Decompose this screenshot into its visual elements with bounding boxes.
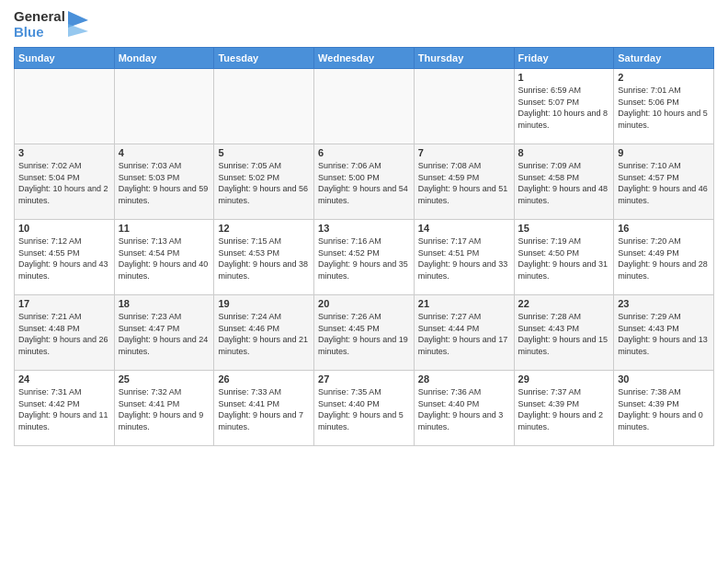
day-info: Sunrise: 7:02 AM Sunset: 5:04 PM Dayligh…	[18, 160, 110, 206]
day-info: Sunrise: 7:38 AM Sunset: 4:39 PM Dayligh…	[618, 386, 710, 432]
day-info: Sunrise: 7:35 AM Sunset: 4:40 PM Dayligh…	[318, 386, 410, 432]
calendar-cell: 15Sunrise: 7:19 AM Sunset: 4:50 PM Dayli…	[514, 220, 614, 295]
day-number: 17	[18, 298, 110, 309]
calendar-cell: 19Sunrise: 7:24 AM Sunset: 4:46 PM Dayli…	[214, 295, 314, 371]
day-number: 13	[318, 223, 410, 234]
day-info: Sunrise: 7:33 AM Sunset: 4:41 PM Dayligh…	[218, 386, 310, 432]
calendar-cell: 5Sunrise: 7:05 AM Sunset: 5:02 PM Daylig…	[214, 144, 314, 220]
calendar-cell: 9Sunrise: 7:10 AM Sunset: 4:57 PM Daylig…	[614, 144, 714, 220]
calendar-week-5: 24Sunrise: 7:31 AM Sunset: 4:42 PM Dayli…	[15, 371, 714, 446]
day-info: Sunrise: 7:23 AM Sunset: 4:47 PM Dayligh…	[119, 311, 210, 357]
day-number: 15	[518, 223, 610, 234]
day-number: 14	[418, 223, 510, 234]
calendar-table: SundayMondayTuesdayWednesdayThursdayFrid…	[14, 47, 714, 446]
day-info: Sunrise: 7:19 AM Sunset: 4:50 PM Dayligh…	[518, 236, 610, 282]
calendar-cell: 18Sunrise: 7:23 AM Sunset: 4:47 PM Dayli…	[114, 295, 214, 371]
day-info: Sunrise: 7:17 AM Sunset: 4:51 PM Dayligh…	[418, 236, 510, 282]
day-number: 20	[318, 298, 410, 309]
calendar-cell: 23Sunrise: 7:29 AM Sunset: 4:43 PM Dayli…	[614, 295, 714, 371]
day-info: Sunrise: 7:09 AM Sunset: 4:58 PM Dayligh…	[518, 160, 610, 206]
day-number: 22	[518, 298, 610, 309]
day-info: Sunrise: 7:36 AM Sunset: 4:40 PM Dayligh…	[418, 386, 510, 432]
day-info: Sunrise: 7:12 AM Sunset: 4:55 PM Dayligh…	[18, 236, 110, 282]
page-header: General Blue	[14, 9, 714, 40]
calendar-cell: 3Sunrise: 7:02 AM Sunset: 5:04 PM Daylig…	[15, 144, 115, 220]
calendar-cell: 10Sunrise: 7:12 AM Sunset: 4:55 PM Dayli…	[15, 220, 115, 295]
calendar-week-3: 10Sunrise: 7:12 AM Sunset: 4:55 PM Dayli…	[15, 220, 714, 295]
day-number: 10	[18, 223, 110, 234]
day-info: Sunrise: 7:10 AM Sunset: 4:57 PM Dayligh…	[618, 160, 710, 206]
day-number: 6	[318, 147, 410, 158]
day-number: 26	[218, 373, 310, 385]
calendar-cell	[314, 69, 415, 144]
calendar-cell	[414, 69, 514, 144]
calendar-cell: 30Sunrise: 7:38 AM Sunset: 4:39 PM Dayli…	[614, 371, 714, 446]
day-info: Sunrise: 7:20 AM Sunset: 4:49 PM Dayligh…	[618, 236, 710, 282]
calendar-cell	[15, 69, 115, 144]
day-number: 8	[518, 147, 610, 158]
calendar-cell: 20Sunrise: 7:26 AM Sunset: 4:45 PM Dayli…	[314, 295, 415, 371]
day-number: 7	[418, 147, 510, 158]
calendar-cell: 25Sunrise: 7:32 AM Sunset: 4:41 PM Dayli…	[114, 371, 214, 446]
day-info: Sunrise: 7:28 AM Sunset: 4:43 PM Dayligh…	[518, 311, 610, 357]
calendar-cell: 13Sunrise: 7:16 AM Sunset: 4:52 PM Dayli…	[314, 220, 415, 295]
day-info: Sunrise: 7:29 AM Sunset: 4:43 PM Dayligh…	[618, 311, 710, 357]
day-info: Sunrise: 7:08 AM Sunset: 4:59 PM Dayligh…	[418, 160, 510, 206]
day-info: Sunrise: 7:05 AM Sunset: 5:02 PM Dayligh…	[218, 160, 310, 206]
day-number: 29	[518, 373, 610, 385]
calendar-cell: 7Sunrise: 7:08 AM Sunset: 4:59 PM Daylig…	[414, 144, 514, 220]
day-number: 30	[618, 373, 710, 385]
calendar-cell	[114, 69, 214, 144]
svg-marker-1	[68, 24, 88, 37]
day-info: Sunrise: 7:27 AM Sunset: 4:44 PM Dayligh…	[418, 311, 510, 357]
col-header-tuesday: Tuesday	[214, 48, 314, 69]
calendar-week-1: 1Sunrise: 6:59 AM Sunset: 5:07 PM Daylig…	[15, 69, 714, 144]
col-header-friday: Friday	[514, 48, 614, 69]
calendar-cell: 2Sunrise: 7:01 AM Sunset: 5:06 PM Daylig…	[614, 69, 714, 144]
day-info: Sunrise: 7:21 AM Sunset: 4:48 PM Dayligh…	[18, 311, 110, 357]
day-info: Sunrise: 7:26 AM Sunset: 4:45 PM Dayligh…	[318, 311, 410, 357]
calendar-cell: 11Sunrise: 7:13 AM Sunset: 4:54 PM Dayli…	[114, 220, 214, 295]
day-number: 28	[418, 373, 510, 385]
day-number: 11	[119, 223, 210, 234]
day-info: Sunrise: 7:31 AM Sunset: 4:42 PM Dayligh…	[18, 386, 110, 432]
col-header-thursday: Thursday	[414, 48, 514, 69]
calendar-cell: 22Sunrise: 7:28 AM Sunset: 4:43 PM Dayli…	[514, 295, 614, 371]
day-number: 3	[18, 147, 110, 158]
day-number: 2	[618, 72, 710, 83]
day-number: 25	[119, 373, 210, 385]
day-number: 27	[318, 373, 410, 385]
col-header-monday: Monday	[114, 48, 214, 69]
calendar-cell: 16Sunrise: 7:20 AM Sunset: 4:49 PM Dayli…	[614, 220, 714, 295]
day-number: 21	[418, 298, 510, 309]
calendar-cell: 26Sunrise: 7:33 AM Sunset: 4:41 PM Dayli…	[214, 371, 314, 446]
day-info: Sunrise: 7:15 AM Sunset: 4:53 PM Dayligh…	[218, 236, 310, 282]
calendar-week-2: 3Sunrise: 7:02 AM Sunset: 5:04 PM Daylig…	[15, 144, 714, 220]
day-number: 24	[18, 373, 110, 385]
calendar-cell: 28Sunrise: 7:36 AM Sunset: 4:40 PM Dayli…	[414, 371, 514, 446]
day-info: Sunrise: 7:16 AM Sunset: 4:52 PM Dayligh…	[318, 236, 410, 282]
day-info: Sunrise: 7:03 AM Sunset: 5:03 PM Dayligh…	[119, 160, 210, 206]
calendar-cell	[214, 69, 314, 144]
calendar-cell: 12Sunrise: 7:15 AM Sunset: 4:53 PM Dayli…	[214, 220, 314, 295]
page-container: General Blue SundayMondayTuesdayWednesda…	[0, 0, 728, 455]
day-number: 19	[218, 298, 310, 309]
calendar-cell: 14Sunrise: 7:17 AM Sunset: 4:51 PM Dayli…	[414, 220, 514, 295]
calendar-cell: 8Sunrise: 7:09 AM Sunset: 4:58 PM Daylig…	[514, 144, 614, 220]
logo: General Blue	[14, 9, 88, 40]
calendar-cell: 17Sunrise: 7:21 AM Sunset: 4:48 PM Dayli…	[15, 295, 115, 371]
calendar-cell: 1Sunrise: 6:59 AM Sunset: 5:07 PM Daylig…	[514, 69, 614, 144]
col-header-saturday: Saturday	[614, 48, 714, 69]
day-number: 12	[218, 223, 310, 234]
calendar-cell: 4Sunrise: 7:03 AM Sunset: 5:03 PM Daylig…	[114, 144, 214, 220]
calendar-week-4: 17Sunrise: 7:21 AM Sunset: 4:48 PM Dayli…	[15, 295, 714, 371]
day-number: 18	[119, 298, 210, 309]
day-number: 5	[218, 147, 310, 158]
day-info: Sunrise: 7:01 AM Sunset: 5:06 PM Dayligh…	[618, 85, 710, 131]
day-info: Sunrise: 7:32 AM Sunset: 4:41 PM Dayligh…	[119, 386, 210, 432]
col-header-sunday: Sunday	[15, 48, 115, 69]
day-info: Sunrise: 6:59 AM Sunset: 5:07 PM Dayligh…	[518, 85, 610, 131]
day-number: 23	[618, 298, 710, 309]
calendar-cell: 29Sunrise: 7:37 AM Sunset: 4:39 PM Dayli…	[514, 371, 614, 446]
col-header-wednesday: Wednesday	[314, 48, 415, 69]
